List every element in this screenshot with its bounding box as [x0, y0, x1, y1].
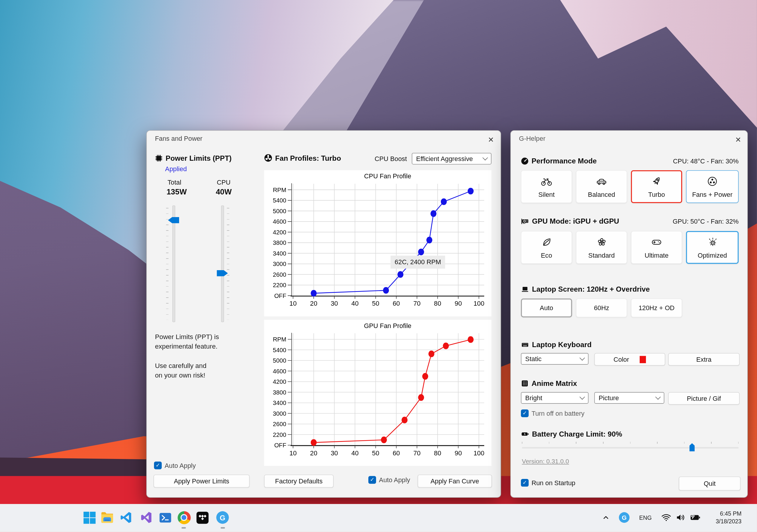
fan-power-icon — [706, 175, 718, 188]
keyboard-mode-select[interactable]: Static — [521, 353, 588, 365]
svg-text:3000: 3000 — [273, 261, 286, 267]
vscode-icon[interactable] — [119, 510, 134, 525]
chevron-down-icon — [482, 155, 488, 160]
chrome-icon[interactable] — [177, 510, 191, 525]
gpu-mode-header: GPU Mode: iGPU + dGPU — [521, 217, 619, 227]
svg-text:70: 70 — [413, 300, 421, 307]
run-on-startup-checkbox[interactable]: ✓ Run on Startup — [521, 479, 575, 487]
wifi-icon[interactable] — [659, 510, 674, 525]
color-swatch — [640, 356, 646, 363]
auto-apply-power-checkbox[interactable]: ✓ Auto Apply — [154, 462, 196, 469]
svg-text:2600: 2600 — [273, 421, 286, 427]
svg-text:2200: 2200 — [273, 282, 286, 288]
svg-text:CPU Fan Profile: CPU Fan Profile — [364, 172, 411, 180]
svg-text:20: 20 — [310, 300, 317, 307]
close-icon[interactable]: ✕ — [485, 134, 497, 145]
svg-text:5000: 5000 — [273, 208, 286, 214]
laptop-icon — [521, 285, 529, 294]
svg-text:60: 60 — [393, 300, 400, 307]
cpu-temp-fan-status: CPU: 48°C - Fan: 30% — [673, 158, 739, 165]
close-icon[interactable]: ✕ — [732, 134, 744, 145]
keyboard-color-button[interactable]: Color — [594, 353, 665, 366]
svg-text:4200: 4200 — [273, 378, 286, 385]
version-link[interactable]: Version: 0.31.0.0 — [522, 458, 569, 465]
svg-text:50: 50 — [372, 449, 379, 457]
cpu-fan-chart-svg: OFF220026003000340038004200460050005400R… — [264, 170, 492, 316]
screen-120hz-od-button[interactable]: 120Hz + OD — [631, 298, 682, 317]
desktop: Fans and Power ✕ Power Limits (PPT) Appl… — [0, 0, 757, 532]
cpu-boost-select[interactable]: Efficient Aggressive — [412, 153, 492, 165]
checkbox-check-icon: ✓ — [154, 462, 162, 469]
tidal-icon[interactable] — [195, 510, 210, 525]
matrix-picture-gif-button[interactable]: Picture / Gif — [668, 392, 740, 405]
battery-slider-handle[interactable] — [689, 443, 695, 451]
battery-charge-limit-header: Battery Charge Limit: 90% — [521, 430, 622, 439]
power-limits-status: Applied — [165, 165, 187, 173]
svg-text:90: 90 — [455, 449, 462, 457]
g-helper-window: G-Helper ✕ Performance Mode CPU: 48°C - … — [510, 130, 748, 498]
cpu-fan-chart[interactable]: OFF220026003000340038004200460050005400R… — [264, 170, 492, 316]
rocket-icon — [651, 175, 663, 188]
auto-apply-fan-checkbox[interactable]: ✓ Auto Apply — [368, 476, 410, 484]
battery-charging-icon[interactable] — [688, 510, 703, 525]
cpu-boost-label: CPU Boost — [375, 155, 407, 162]
keyboard-extra-button[interactable]: Extra — [668, 353, 740, 366]
gpu-temp-fan-status: GPU: 50°C - Fan: 32% — [673, 218, 739, 225]
svg-text:20: 20 — [310, 449, 317, 457]
gpu-eco-button[interactable]: Eco — [521, 231, 572, 264]
file-explorer-icon[interactable] — [100, 510, 115, 525]
checkbox-check-icon: ✓ — [368, 476, 376, 484]
tray-clock[interactable]: 6:45 PM 3/18/2023 — [716, 510, 742, 525]
screen-auto-button[interactable]: Auto — [521, 298, 572, 317]
factory-defaults-button[interactable]: Factory Defaults — [264, 474, 334, 488]
tray-chevron-up-icon[interactable] — [598, 510, 613, 525]
keyboard-icon — [521, 341, 529, 350]
cpu-slider[interactable] — [221, 206, 224, 322]
apply-fan-curve-button[interactable]: Apply Fan Curve — [418, 474, 492, 488]
cpu-value: 40W — [216, 187, 232, 196]
power-limits-note-1: Power Limits (PPT) is experimental featu… — [155, 332, 219, 351]
svg-text:30: 30 — [331, 300, 338, 307]
total-value: 135W — [167, 187, 187, 196]
start-button[interactable] — [82, 510, 97, 525]
fan-icon — [264, 154, 272, 163]
gpu-fan-chart[interactable]: OFF220026003000340038004200460050005400R… — [264, 320, 492, 466]
apply-power-limits-button[interactable]: Apply Power Limits — [153, 474, 250, 488]
svg-text:5000: 5000 — [273, 357, 286, 364]
svg-text:GPU Fan Profile: GPU Fan Profile — [364, 322, 411, 329]
mode-fans-power-button[interactable]: Fans + Power — [686, 170, 739, 203]
svg-text:4600: 4600 — [273, 368, 286, 375]
anime-matrix-header: Anime Matrix — [521, 379, 577, 389]
gpu-standard-button[interactable]: Standard — [576, 231, 627, 264]
gpu-fan-chart-svg: OFF220026003000340038004200460050005400R… — [264, 320, 492, 466]
mode-silent-button[interactable]: Silent — [521, 170, 572, 203]
g-helper-running-indicator — [221, 527, 225, 529]
matrix-battery-checkbox[interactable]: ✓ Turn off on battery — [521, 409, 585, 417]
battery-slider[interactable] — [522, 447, 739, 449]
cpu-slider-handle[interactable] — [217, 270, 228, 276]
volume-icon[interactable] — [673, 510, 688, 525]
mode-turbo-button[interactable]: Turbo — [631, 170, 682, 203]
flower-icon — [595, 236, 607, 249]
svg-text:10: 10 — [289, 449, 297, 457]
matrix-running-select[interactable]: Picture — [594, 392, 664, 404]
gpu-optimized-button[interactable]: Optimized — [686, 231, 739, 264]
tray-language[interactable]: ENG — [639, 515, 651, 521]
g-helper-taskbar-icon[interactable]: G — [215, 510, 230, 525]
svg-text:100: 100 — [473, 449, 484, 457]
chip-icon — [155, 154, 163, 164]
power-limits-note-2: Use carefully and on your own risk! — [155, 361, 206, 380]
powershell-icon[interactable] — [158, 510, 172, 525]
screen-60hz-button[interactable]: 60Hz — [576, 298, 627, 317]
svg-text:5400: 5400 — [273, 197, 286, 204]
laptop-screen-header: Laptop Screen: 120Hz + Overdrive — [521, 285, 650, 294]
visual-studio-icon[interactable] — [139, 510, 154, 525]
tray-date: 3/18/2023 — [716, 518, 742, 525]
gpu-ultimate-button[interactable]: Ultimate — [631, 231, 682, 264]
quit-button[interactable]: Quit — [679, 477, 741, 490]
total-slider-handle[interactable] — [168, 217, 179, 223]
mode-balanced-button[interactable]: Balanced — [576, 170, 627, 203]
matrix-brightness-select[interactable]: Bright — [521, 392, 588, 404]
chrome-running-indicator — [181, 527, 186, 529]
g-helper-tray-icon[interactable]: G — [617, 510, 632, 525]
